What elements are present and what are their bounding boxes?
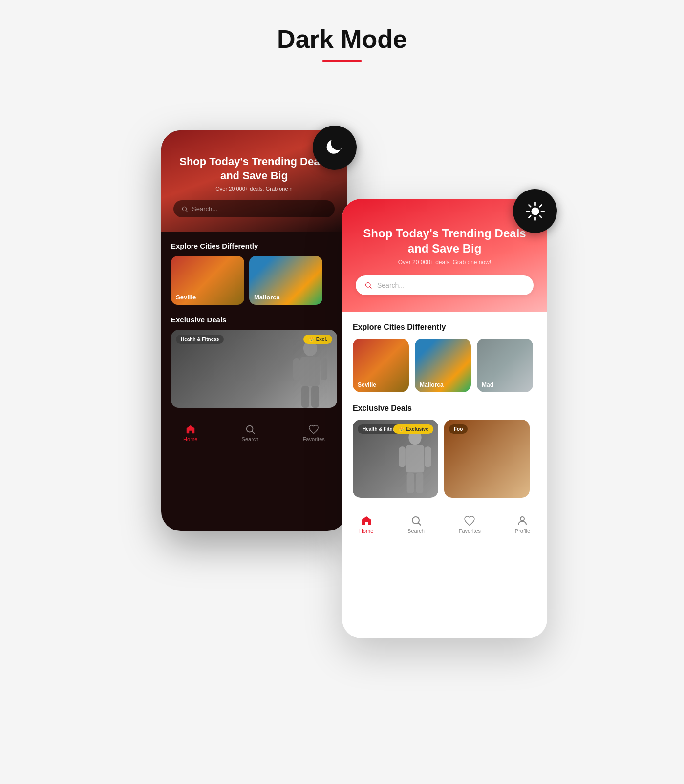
svg-rect-24 bbox=[425, 447, 431, 467]
dark-cities-row: Seville Mallorca bbox=[171, 256, 337, 305]
light-nav-favorites[interactable]: Favorites bbox=[459, 515, 481, 534]
light-hero-subtitle: Over 20 000+ deals. Grab one now! bbox=[356, 259, 534, 266]
favorites-icon-dark bbox=[308, 424, 319, 435]
moon-icon bbox=[324, 137, 346, 159]
home-icon-dark bbox=[185, 424, 196, 435]
dark-nav-search[interactable]: Search bbox=[242, 424, 259, 442]
dark-city-seville[interactable]: Seville bbox=[171, 256, 244, 305]
dark-nav-search-label: Search bbox=[242, 436, 259, 442]
svg-line-7 bbox=[539, 205, 541, 207]
dark-search-placeholder: Search... bbox=[192, 205, 217, 212]
profile-icon-light bbox=[516, 515, 528, 527]
light-cities-title: Explore Cities Differently bbox=[353, 323, 536, 332]
favorites-icon-light bbox=[464, 515, 475, 527]
light-nav-search-label: Search bbox=[407, 528, 425, 534]
title-underline bbox=[322, 60, 362, 62]
svg-point-0 bbox=[531, 207, 539, 215]
page-title: Dark Mode bbox=[277, 24, 407, 54]
search-nav-icon-dark bbox=[245, 424, 256, 435]
dark-nav-favorites-label: Favorites bbox=[303, 436, 325, 442]
light-city-mallorca[interactable]: Mallorca bbox=[415, 339, 471, 392]
light-hero-title: Shop Today's Trending Deals and Save Big bbox=[356, 226, 534, 256]
light-phone: Shop Today's Trending Deals and Save Big… bbox=[342, 199, 547, 638]
sun-icon bbox=[524, 200, 546, 222]
dark-deals-title: Exclusive Deals bbox=[171, 316, 337, 324]
dark-hero-title: Shop Today's Trending Deals and Save Big bbox=[173, 155, 335, 183]
sun-badge bbox=[513, 189, 557, 233]
search-icon-light bbox=[364, 281, 372, 289]
dark-city-mallorca-label: Mallorca bbox=[254, 294, 280, 301]
dark-nav-favorites[interactable]: Favorites bbox=[303, 424, 325, 442]
dark-badge-health: Health & Fitness bbox=[176, 335, 224, 344]
light-search-placeholder: Search... bbox=[377, 281, 405, 289]
dark-nav-home[interactable]: Home bbox=[183, 424, 197, 442]
light-nav-profile-label: Profile bbox=[515, 528, 530, 534]
dark-city-seville-label: Seville bbox=[176, 294, 196, 301]
dark-search-bar[interactable]: Search... bbox=[173, 200, 335, 217]
fitness-figure-light bbox=[397, 427, 433, 498]
dark-nav-home-label: Home bbox=[183, 436, 197, 442]
home-icon-light bbox=[361, 515, 372, 527]
light-city-mallorca-label: Mallorca bbox=[420, 381, 444, 388]
svg-rect-25 bbox=[407, 473, 414, 493]
dark-city-mallorca[interactable]: Mallorca bbox=[249, 256, 322, 305]
svg-rect-26 bbox=[416, 473, 423, 493]
dark-cities-title: Explore Cities Differently bbox=[171, 242, 337, 250]
light-nav-favorites-label: Favorites bbox=[459, 528, 481, 534]
light-deal-food-label: Foo bbox=[449, 424, 468, 434]
svg-rect-22 bbox=[406, 445, 425, 473]
svg-line-10 bbox=[186, 210, 188, 212]
svg-point-29 bbox=[520, 517, 524, 521]
light-nav-home[interactable]: Home bbox=[359, 515, 373, 534]
svg-rect-13 bbox=[293, 358, 300, 380]
moon-badge bbox=[313, 126, 357, 170]
light-bottom-nav: Home Search Favorites Pro bbox=[342, 509, 547, 543]
svg-line-28 bbox=[418, 523, 421, 526]
dark-body: Explore Cities Differently Seville Mallo… bbox=[161, 232, 347, 418]
svg-rect-14 bbox=[321, 358, 327, 380]
search-nav-icon-light bbox=[410, 515, 422, 527]
light-city-madrid-label: Mad bbox=[482, 381, 493, 388]
dark-badge-exclusive: 👑 Excl. bbox=[303, 335, 332, 344]
light-cities-row: Seville Mallorca Mad bbox=[353, 339, 536, 392]
light-city-seville[interactable]: Seville bbox=[353, 339, 409, 392]
light-nav-search[interactable]: Search bbox=[407, 515, 425, 534]
light-deal-fitness[interactable]: Health & Fitness 👑 Exclusive bbox=[353, 420, 438, 498]
svg-line-20 bbox=[370, 287, 371, 288]
light-city-madrid[interactable]: Mad bbox=[477, 339, 533, 392]
dark-deal-card[interactable]: Health & Fitness 👑 Excl. bbox=[171, 330, 337, 408]
svg-line-5 bbox=[529, 205, 531, 207]
light-deals-row: Health & Fitness 👑 Exclusive Foo bbox=[353, 420, 536, 498]
phones-container: Shop Today's Trending Deals and Save Big… bbox=[122, 101, 562, 736]
svg-rect-23 bbox=[399, 447, 406, 467]
search-icon-dark bbox=[181, 206, 188, 212]
dark-bottom-nav: Home Search Favorites bbox=[161, 418, 347, 450]
light-city-seville-label: Seville bbox=[358, 381, 376, 388]
svg-rect-15 bbox=[301, 386, 309, 408]
light-search-bar[interactable]: Search... bbox=[356, 275, 534, 295]
dark-hero-subtitle: Over 20 000+ deals. Grab one n bbox=[173, 186, 335, 191]
svg-line-8 bbox=[529, 215, 531, 217]
svg-line-18 bbox=[252, 431, 254, 433]
light-deal-food[interactable]: Foo bbox=[444, 420, 530, 498]
light-nav-home-label: Home bbox=[359, 528, 373, 534]
light-body: Explore Cities Differently Seville Mallo… bbox=[342, 312, 547, 509]
dark-phone: Shop Today's Trending Deals and Save Big… bbox=[161, 130, 347, 531]
svg-line-6 bbox=[539, 215, 541, 217]
light-badge-exclusive: 👑 Exclusive bbox=[393, 424, 433, 434]
svg-rect-16 bbox=[311, 386, 319, 408]
light-deals-title: Exclusive Deals bbox=[353, 404, 536, 413]
fitness-figure-dark bbox=[291, 339, 330, 408]
svg-rect-12 bbox=[300, 357, 320, 386]
light-nav-profile[interactable]: Profile bbox=[515, 515, 530, 534]
